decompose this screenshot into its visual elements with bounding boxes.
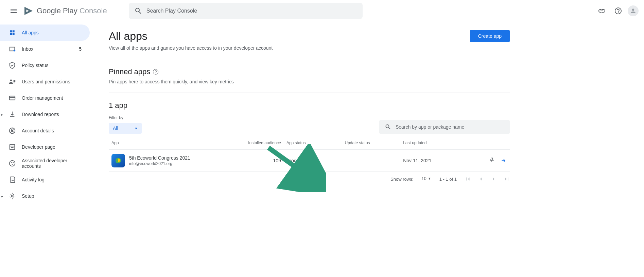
search-box[interactable] [129,3,363,19]
chevron-left-icon [478,176,484,182]
page-icon [8,143,16,151]
link-button[interactable] [595,4,609,18]
arrow-right-icon [500,157,507,164]
create-app-button[interactable]: Create app [470,30,510,42]
gear-icon [8,192,16,200]
svg-point-10 [11,195,13,197]
pagination: Show rows: 10 ▼ 1 - 1 of 1 [109,172,510,186]
cell-update [342,150,401,172]
logo[interactable]: Google Play Console [23,5,107,16]
apps-table: App Installed audience App status Update… [109,136,510,172]
col-update[interactable]: Update status [342,136,401,150]
sidebar-item-all-apps[interactable]: All apps [0,25,90,41]
sidebar-item-developer-page[interactable]: Developer page [0,139,90,155]
inbox-badge: 5 [79,46,82,52]
col-app: App [109,136,240,150]
sidebar-item-associated-accounts[interactable]: Associated developer accounts [0,155,90,172]
last-page-button[interactable] [504,176,510,182]
inbox-icon [8,45,16,53]
sidebar-item-setup[interactable]: Setup [0,188,90,204]
filter-dropdown[interactable]: All ▼ [109,123,142,134]
sidebar-item-download-reports[interactable]: Download reports [0,106,90,123]
sidebar-item-inbox[interactable]: Inbox 5 [0,41,90,57]
apps-icon [8,29,16,37]
last-page-icon [504,176,510,182]
cell-installed: 109 [240,150,284,172]
first-page-icon [465,176,471,182]
filter-label: Filter by [109,115,142,120]
search-icon [385,124,391,130]
first-page-button[interactable] [465,176,471,182]
help-circle-icon[interactable]: ? [153,69,158,75]
open-app-button[interactable] [500,157,507,164]
svg-point-8 [13,162,14,163]
col-status[interactable]: App status [284,136,342,150]
next-page-button[interactable] [491,176,497,182]
cell-status: Production [284,150,342,172]
app-count-title: 1 app [109,93,510,115]
download-icon [8,110,16,118]
play-console-logo-icon [23,5,34,16]
person-icon [630,7,637,14]
pinned-apps-description: Pin apps here to access them quickly, an… [109,79,510,84]
group-icon [8,159,16,167]
col-installed[interactable]: Installed audience [240,136,284,150]
sidebar: All apps Inbox 5 Policy status Users and… [0,22,95,204]
svg-point-6 [10,161,15,166]
svg-point-7 [11,162,12,163]
account-avatar[interactable] [628,5,639,16]
chevron-down-icon: ▼ [135,127,138,130]
filter-search-box[interactable] [379,120,510,134]
pinned-apps-title: Pinned apps ? [109,67,510,76]
app-icon [111,154,125,167]
app-email: info@ecoworld2021.org [129,161,190,166]
svg-point-1 [10,80,12,82]
log-icon [8,176,16,184]
help-button[interactable] [611,4,625,18]
page-title: All apps [109,30,273,43]
search-input[interactable] [146,8,357,14]
svg-rect-5 [10,145,15,150]
chevron-right-icon [491,176,497,182]
svg-rect-2 [10,96,15,100]
sidebar-item-policy-status[interactable]: Policy status [0,57,90,74]
sidebar-item-order-management[interactable]: Order management [0,90,90,106]
pin-icon [489,157,495,163]
chevron-down-icon: ▼ [428,177,431,180]
users-icon [8,78,16,86]
sidebar-item-activity-log[interactable]: Activity log [0,172,90,188]
card-icon [8,94,16,102]
pagination-range: 1 - 1 of 1 [439,177,457,182]
show-rows-label: Show rows: [390,177,413,182]
pin-button[interactable] [489,157,495,164]
svg-point-9 [12,164,13,165]
app-search-input[interactable] [396,124,504,130]
app-name: 5th Ecoworld Congress 2021 [129,155,190,161]
logo-text: Google Play Console [37,6,107,15]
col-updated[interactable]: Last updated [400,136,473,150]
sidebar-item-users-permissions[interactable]: Users and permissions [0,74,90,90]
link-icon [598,7,606,15]
account-icon [8,127,16,135]
shield-icon [8,61,16,69]
prev-page-button[interactable] [478,176,484,182]
hamburger-menu-button[interactable] [5,3,22,19]
table-row[interactable]: 5th Ecoworld Congress 2021 info@ecoworld… [109,150,510,172]
cell-updated: Nov 11, 2021 [400,150,473,172]
rows-per-page-select[interactable]: 10 ▼ [421,176,431,182]
svg-point-4 [11,129,13,131]
help-icon [614,7,622,15]
search-icon [134,7,142,15]
hamburger-icon [10,7,18,15]
svg-point-0 [14,50,15,52]
sidebar-item-account-details[interactable]: Account details [0,123,90,139]
page-description: View all of the apps and games you have … [109,45,273,51]
